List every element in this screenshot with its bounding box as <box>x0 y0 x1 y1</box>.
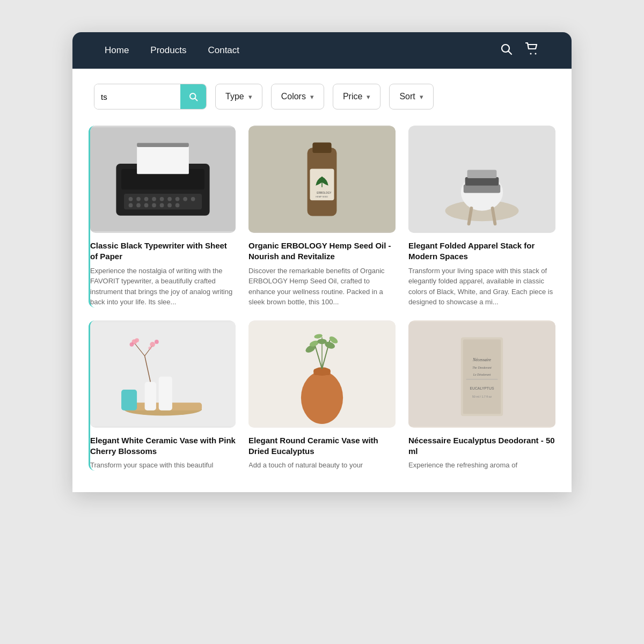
toolbar: Type ▾ Colors ▾ Price ▾ Sort ▾ <box>72 69 572 115</box>
nav-links: Home Products Contact <box>105 45 239 56</box>
product-title-6: Nécessaire Eucalyptus Deodorant - 50 ml <box>408 435 555 457</box>
svg-text:Le Déodorant: Le Déodorant <box>473 372 491 376</box>
svg-point-17 <box>167 197 172 201</box>
price-filter[interactable]: Price ▾ <box>333 84 380 109</box>
product-desc-1: Experience the nostalgia of writing with… <box>90 266 236 308</box>
svg-point-27 <box>175 203 180 208</box>
svg-point-56 <box>155 340 159 344</box>
search-icon[interactable] <box>500 42 513 58</box>
price-chevron-icon: ▾ <box>367 93 370 101</box>
svg-point-19 <box>183 197 187 201</box>
svg-point-24 <box>152 203 156 208</box>
svg-point-18 <box>175 197 180 201</box>
svg-text:ERBOLOGY: ERBOLOGY <box>317 192 332 194</box>
colors-chevron-icon: ▾ <box>310 93 314 101</box>
search-button[interactable] <box>180 84 206 109</box>
svg-point-22 <box>136 203 141 208</box>
svg-rect-48 <box>159 376 172 410</box>
nav-contact[interactable]: Contact <box>208 45 239 56</box>
svg-point-53 <box>130 342 134 346</box>
products-grid: Classic Black Typewriter with Sheet of P… <box>89 126 555 471</box>
svg-point-12 <box>129 197 133 201</box>
svg-point-3 <box>535 53 537 55</box>
svg-rect-30 <box>312 143 331 153</box>
svg-text:The Deodorant: The Deodorant <box>472 366 492 369</box>
svg-point-16 <box>160 197 164 201</box>
product-card-2[interactable]: ERBOLOGY HEMP SEED Organic ERBOLOGY Hemp… <box>248 126 396 308</box>
svg-rect-41 <box>465 177 499 186</box>
svg-point-26 <box>167 203 172 208</box>
svg-rect-61 <box>313 369 330 375</box>
browser-window: Home Products Contact <box>72 32 572 492</box>
product-title-5: Elegant Round Ceramic Vase with Dried Eu… <box>248 435 396 457</box>
svg-rect-46 <box>121 390 137 411</box>
svg-rect-11 <box>124 194 202 209</box>
svg-rect-10 <box>137 143 189 147</box>
svg-point-25 <box>160 203 164 208</box>
product-title-3: Elegant Folded Apparel Stack for Modern … <box>408 240 555 262</box>
svg-text:EUCALYPTUS: EUCALYPTUS <box>470 386 494 390</box>
product-card-3[interactable]: Elegant Folded Apparel Stack for Modern … <box>408 126 555 308</box>
svg-rect-40 <box>464 185 501 193</box>
svg-point-54 <box>135 338 139 342</box>
svg-text:50 ml / 1.7 fl oz: 50 ml / 1.7 fl oz <box>472 395 492 398</box>
svg-text:HEMP SEED: HEMP SEED <box>316 195 328 198</box>
type-filter[interactable]: Type ▾ <box>215 84 262 109</box>
svg-line-1 <box>509 52 512 55</box>
type-chevron-icon: ▾ <box>248 93 252 101</box>
product-card-6[interactable]: Nécessaire The Deodorant Le Déodorant EU… <box>408 320 555 471</box>
sort-chevron-icon: ▾ <box>420 93 423 101</box>
svg-point-59 <box>301 371 343 424</box>
svg-rect-73 <box>463 339 501 414</box>
nav-actions <box>500 42 539 58</box>
navbar: Home Products Contact <box>72 32 572 69</box>
product-image-apparel <box>408 126 555 233</box>
svg-rect-9 <box>137 143 189 174</box>
svg-point-69 <box>317 339 327 344</box>
sort-filter[interactable]: Sort ▾ <box>389 84 433 109</box>
cart-icon[interactable] <box>525 42 539 58</box>
svg-point-23 <box>144 203 149 208</box>
svg-point-14 <box>144 197 149 201</box>
product-card-1[interactable]: Classic Black Typewriter with Sheet of P… <box>89 126 236 308</box>
product-image-hemp: ERBOLOGY HEMP SEED <box>248 126 396 233</box>
svg-point-2 <box>530 53 532 55</box>
colors-filter[interactable]: Colors ▾ <box>271 84 324 109</box>
svg-point-21 <box>129 203 133 208</box>
product-image-deodorant: Nécessaire The Deodorant Le Déodorant EU… <box>408 320 555 428</box>
product-desc-2: Discover the remarkable benefits of Orga… <box>248 266 396 308</box>
svg-rect-42 <box>467 170 497 178</box>
svg-text:Nécessaire: Nécessaire <box>472 357 492 362</box>
svg-point-20 <box>191 197 195 201</box>
product-desc-5: Add a touch of natural beauty to your <box>248 460 396 471</box>
svg-point-57 <box>148 346 151 349</box>
product-image-vase-cherry <box>90 320 236 428</box>
search-input[interactable] <box>94 84 180 109</box>
search-wrap <box>94 84 207 109</box>
product-title-4: Elegant White Ceramic Vase with Pink Che… <box>90 435 236 457</box>
product-image-vase-eucalyptus <box>248 320 396 428</box>
product-desc-6: Experience the refreshing aroma of <box>408 460 555 471</box>
svg-line-5 <box>195 98 197 100</box>
svg-point-13 <box>136 197 141 201</box>
product-card-5[interactable]: Elegant Round Ceramic Vase with Dried Eu… <box>248 320 396 471</box>
svg-point-15 <box>152 197 156 201</box>
products-section: Classic Black Typewriter with Sheet of P… <box>72 115 572 492</box>
svg-rect-47 <box>145 382 156 410</box>
product-desc-3: Transform your living space with this st… <box>408 266 555 308</box>
product-image-typewriter <box>90 126 236 233</box>
nav-home[interactable]: Home <box>105 45 129 56</box>
product-card-4[interactable]: Elegant White Ceramic Vase with Pink Che… <box>89 320 236 471</box>
product-title-1: Classic Black Typewriter with Sheet of P… <box>90 240 236 262</box>
nav-products[interactable]: Products <box>150 45 186 56</box>
product-title-2: Organic ERBOLOGY Hemp Seed Oil - Nourish… <box>248 240 396 262</box>
svg-point-55 <box>150 341 155 347</box>
product-desc-4: Transform your space with this beautiful <box>90 460 236 471</box>
